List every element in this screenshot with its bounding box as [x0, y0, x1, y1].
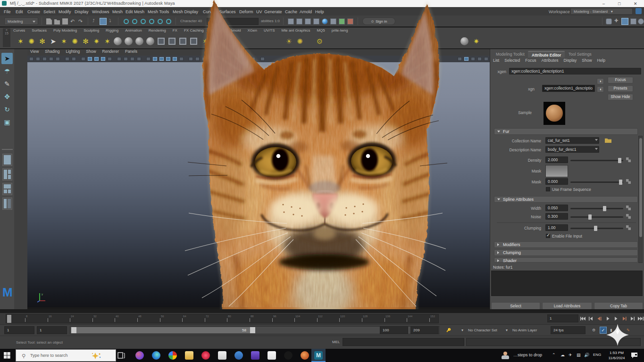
svg-text:y: y [42, 293, 43, 296]
